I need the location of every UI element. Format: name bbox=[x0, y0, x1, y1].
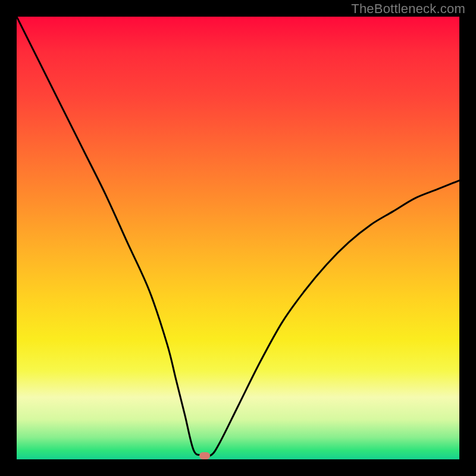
plot-area bbox=[17, 17, 459, 459]
minimum-marker bbox=[199, 452, 210, 459]
bottleneck-curve bbox=[17, 17, 459, 459]
watermark-text: TheBottleneck.com bbox=[351, 1, 465, 17]
curve-path bbox=[17, 17, 459, 456]
chart-frame: TheBottleneck.com bbox=[0, 0, 476, 476]
